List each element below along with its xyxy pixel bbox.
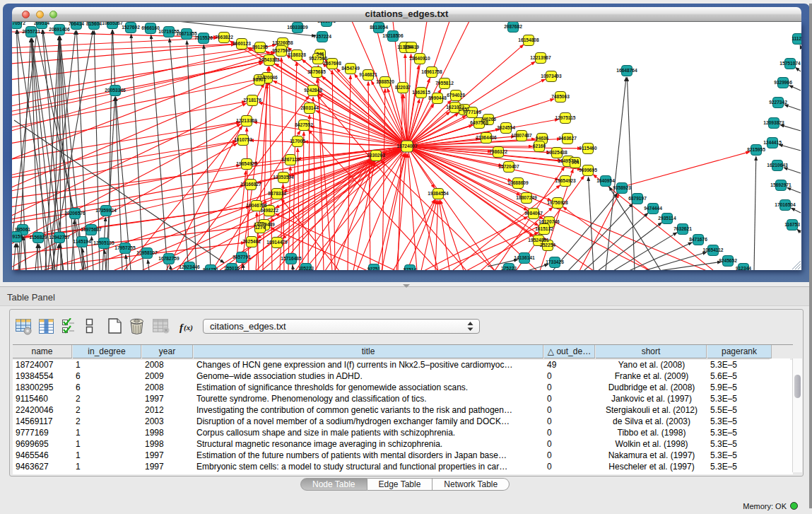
svg-text:16648764: 16648764 [616, 68, 637, 73]
svg-text:19756928: 19756928 [547, 200, 568, 205]
svg-text:10688609: 10688609 [507, 180, 529, 185]
svg-text:20053346: 20053346 [105, 88, 126, 93]
svg-text:17957255: 17957255 [114, 245, 136, 250]
svg-text:1615132: 1615132 [535, 226, 553, 231]
svg-text:12923446: 12923446 [179, 264, 200, 269]
svg-text:62160: 62160 [533, 144, 546, 148]
svg-text:6879197: 6879197 [628, 196, 647, 201]
svg-text:2803144: 2803144 [300, 105, 319, 110]
svg-text:15692971: 15692971 [770, 182, 792, 187]
svg-text:9245652: 9245652 [719, 258, 737, 263]
svg-text:8186328: 8186328 [288, 52, 306, 57]
svg-text:15720407: 15720407 [498, 164, 519, 169]
svg-text:87514: 87514 [404, 267, 417, 270]
svg-text:9358923: 9358923 [613, 185, 631, 190]
svg-text:10807487: 10807487 [511, 133, 532, 138]
svg-text:19654925: 19654925 [236, 161, 257, 166]
svg-text:815604: 815604 [86, 22, 102, 26]
svg-text:92751: 92751 [367, 267, 381, 270]
svg-text:8267110: 8267110 [281, 157, 300, 162]
svg-text:9115460: 9115460 [579, 146, 597, 151]
svg-text:8427552: 8427552 [295, 122, 313, 127]
svg-text:1244415: 1244415 [763, 140, 782, 145]
svg-text:12505135: 12505135 [93, 240, 114, 245]
svg-text:16033809: 16033809 [287, 25, 308, 30]
svg-text:2718176: 2718176 [243, 98, 261, 103]
svg-text:944751: 944751 [203, 267, 218, 270]
svg-text:8215955: 8215955 [747, 147, 765, 152]
svg-text:16154808: 16154808 [518, 37, 539, 42]
svg-text:2935114: 2935114 [658, 216, 676, 221]
svg-text:18640910: 18640910 [409, 56, 430, 61]
svg-text:1733426: 1733426 [546, 259, 564, 264]
svg-text:12213967: 12213967 [530, 55, 551, 60]
svg-text:12975115: 12975115 [555, 115, 576, 120]
svg-text:12942757: 12942757 [49, 235, 70, 240]
svg-text:9474444: 9474444 [644, 206, 662, 211]
svg-text:105223: 105223 [298, 266, 314, 270]
svg-text:99159: 99159 [12, 234, 23, 239]
svg-text:19654923: 19654923 [555, 178, 576, 183]
svg-text:9699695: 9699695 [579, 168, 597, 173]
svg-text:10973493: 10973493 [541, 74, 562, 78]
svg-text:8471676: 8471676 [689, 237, 707, 242]
svg-text:12093873: 12093873 [763, 120, 784, 125]
svg-text:1145194: 1145194 [73, 239, 91, 244]
svg-text:116753: 116753 [784, 222, 800, 227]
svg-text:1362615: 1362615 [412, 90, 430, 95]
svg-text:8660123: 8660123 [233, 41, 251, 46]
svg-text:8813054: 8813054 [370, 25, 388, 30]
svg-text:16961758: 16961758 [421, 69, 442, 74]
svg-text:18724007: 18724007 [396, 144, 418, 148]
svg-text:2055721: 2055721 [22, 29, 40, 34]
svg-text:9242848: 9242848 [304, 88, 322, 93]
svg-text:822037: 822037 [395, 85, 411, 90]
svg-text:16120746: 16120746 [539, 219, 560, 224]
svg-text:21364436: 21364436 [476, 135, 497, 140]
svg-text:7625402: 7625402 [242, 239, 261, 244]
svg-text:995061: 995061 [15, 227, 30, 232]
svg-text:14136141: 14136141 [514, 255, 535, 260]
svg-text:2070572: 2070572 [12, 22, 25, 25]
svg-text:19384554: 19384554 [428, 191, 449, 196]
svg-text:18807249: 18807249 [516, 195, 537, 200]
svg-text:7986322: 7986322 [489, 149, 507, 154]
svg-text:2867608: 2867608 [323, 61, 341, 66]
svg-text:19218506: 19218506 [382, 33, 404, 38]
svg-text:912344: 912344 [736, 266, 751, 270]
svg-text:706414: 706414 [69, 22, 84, 26]
svg-text:7515526: 7515526 [194, 35, 213, 40]
svg-text:7955812: 7955812 [435, 81, 454, 86]
svg-text:2087682: 2087682 [504, 24, 522, 29]
svg-text:16782759: 16782759 [158, 256, 180, 261]
svg-text:2330203: 2330203 [367, 153, 385, 158]
svg-text:20206576: 20206576 [64, 211, 86, 216]
svg-text:117005: 117005 [290, 139, 305, 144]
svg-text:15751074: 15751074 [779, 61, 801, 66]
svg-text:16210643: 16210643 [767, 163, 788, 168]
svg-text:104419: 104419 [404, 45, 419, 49]
svg-text:10975687: 10975687 [81, 227, 102, 232]
svg-text:1156829: 1156829 [29, 235, 47, 240]
svg-text:7663822: 7663822 [215, 35, 233, 40]
svg-text:9777169: 9777169 [463, 110, 481, 115]
svg-text:17359924: 17359924 [95, 208, 117, 213]
svg-text:6794028: 6794028 [447, 93, 465, 98]
svg-text:3498222: 3498222 [260, 208, 278, 213]
svg-text:904: 904 [571, 160, 579, 165]
svg-text:98901: 98901 [253, 77, 266, 82]
svg-text:9329966: 9329966 [774, 80, 792, 85]
svg-text:9457791: 9457791 [233, 255, 251, 259]
svg-text:7357224: 7357224 [313, 34, 331, 39]
svg-text:8990448: 8990448 [428, 95, 447, 100]
svg-text:1588520: 1588520 [376, 79, 394, 84]
svg-text:94636: 94636 [536, 136, 549, 141]
svg-text:8163041: 8163041 [317, 22, 336, 23]
svg-text:209514: 209514 [34, 22, 49, 25]
svg-text:10655267: 10655267 [102, 22, 123, 25]
svg-text:1274: 1274 [255, 225, 266, 230]
svg-text:175223: 175223 [501, 266, 517, 270]
svg-text:746266: 746266 [481, 117, 496, 122]
svg-text:19524851: 19524851 [528, 238, 549, 243]
svg-text:9084067: 9084067 [524, 211, 543, 216]
